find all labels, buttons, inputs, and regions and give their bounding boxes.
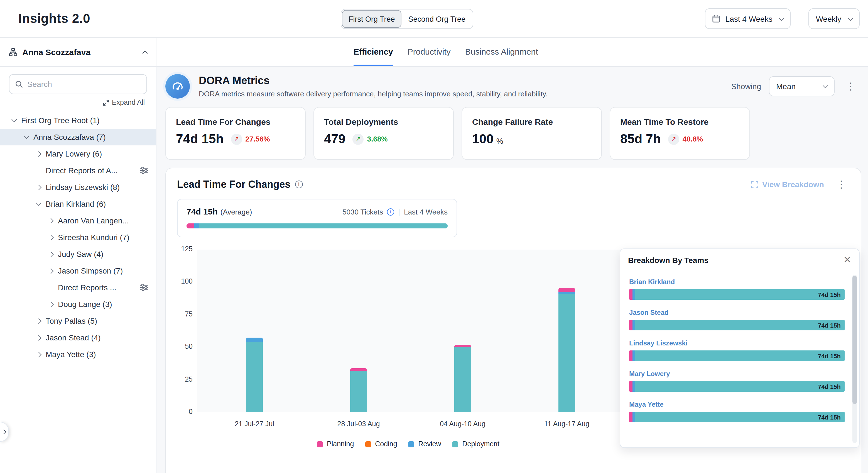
tree-item[interactable]: Sireesha Kunduri (7) [0,229,156,246]
breakdown-row: Mary Lowery74d 15h [629,370,845,392]
chevron-right-icon[interactable] [48,218,54,224]
legend-label: Deployment [462,440,499,448]
filter-sliders-icon[interactable] [140,167,148,174]
chevron-right-icon[interactable] [36,352,41,357]
tree-item-label: Direct Reports of A... [45,166,118,175]
tree-item[interactable]: Doug Lange (3) [0,296,156,313]
x-axis-label: 28 Jul-03 Aug [325,420,392,428]
breakdown-bar-segment-review [632,350,635,361]
tree-item[interactable]: Jason Stead (4) [0,329,156,346]
tab-efficiency[interactable]: Efficiency [353,38,393,66]
lead-time-header: Lead Time For Changes i View Breakdo [177,177,849,191]
y-axis-tick-label: 75 [177,310,193,318]
info-icon[interactable]: i [295,180,303,188]
tree-item[interactable]: Mary Lowery (6) [0,145,156,162]
chevron-right-icon[interactable] [48,235,54,240]
search-input[interactable] [27,80,141,89]
kebab-menu-icon[interactable]: ⋮ [833,177,849,191]
y-axis-tick-label: 100 [177,278,193,286]
expand-all-label: Expand All [112,98,145,107]
breakdown-team-link[interactable]: Jason Stead [629,309,845,317]
sidebar-header: Anna Scozzafava [0,38,156,67]
chevron-down-icon [823,83,828,88]
tree-item[interactable]: Lindsay Liszewski (8) [0,179,156,196]
chevron-right-icon[interactable] [36,335,41,341]
chevron-down-icon[interactable] [11,117,17,122]
bar-week-2[interactable] [350,368,367,412]
tree-item[interactable]: First Org Tree Root (1) [0,112,156,129]
tree-item[interactable]: Direct Reports of A... [0,162,156,179]
tree-item[interactable]: Brian Kirkland (6) [0,196,156,212]
org-tree-toggle-option[interactable]: Second Org Tree [402,10,472,28]
breakdown-team-link[interactable]: Mary Lowery [629,370,845,378]
org-tree-toggle-option[interactable]: First Org Tree [342,10,402,28]
kebab-menu-icon[interactable]: ⋮ [842,79,859,94]
tabs: EfficiencyProductivityBusiness Alignment [353,38,538,66]
summary-range: Last 4 Weeks [404,208,447,216]
tree-item[interactable]: Aaron Van Langen... [0,212,156,229]
tab-business-alignment[interactable]: Business Alignment [465,38,538,66]
filter-sliders-icon[interactable] [140,284,148,291]
legend-item-review[interactable]: Review [408,440,441,448]
breakdown-bar-segment-planning [629,350,632,361]
dora-gauge-icon [165,74,190,98]
breakdown-team-link[interactable]: Brian Kirkland [629,278,845,286]
trend-up-arrow-icon: ↗ [353,134,364,145]
info-icon[interactable]: i [387,208,394,216]
tree-item[interactable]: Tony Pallas (5) [0,313,156,329]
tree-item[interactable]: Judy Saw (4) [0,246,156,262]
summary-meta: 5030 Tickets i | Last 4 Weeks [342,208,447,216]
chevron-down-icon[interactable] [24,134,29,139]
search-box [9,74,147,94]
tree-item-label: Jason Simpson (7) [58,266,123,275]
chart-legend: PlanningCodingReviewDeployment [177,440,639,448]
org-tree-toggle: First Org TreeSecond Org Tree [341,9,473,29]
bar-week-1[interactable] [246,337,263,412]
tree-item-label: Sireesha Kunduri (7) [58,233,129,242]
chevron-down-icon[interactable] [36,200,41,206]
bar-week-4[interactable] [558,288,575,412]
tree-item[interactable]: Jason Simpson (7) [0,262,156,279]
tree-item[interactable]: Maya Yette (3) [0,346,156,363]
metric-delta-badge: ↗27.56% [231,134,270,145]
breakdown-bar-segment-review [632,412,635,422]
legend-item-coding[interactable]: Coding [365,440,397,448]
chevron-right-icon[interactable] [36,151,41,156]
close-icon[interactable]: ✕ [843,255,851,265]
breakdown-bar-segment-deployment [635,289,845,300]
scrollbar-thumb[interactable] [852,276,857,404]
lead-time-chart: 0255075100125 21 Jul-27 Jul28 Jul-03 Aug… [177,244,639,458]
showing-label: Showing [731,82,761,91]
average-bar-segment-deployment [199,224,447,229]
breakdown-bar: 74d 15h [629,412,845,422]
breakdown-bar: 74d 15h [629,381,845,392]
date-range-select[interactable]: Last 4 Weeks [705,8,791,29]
trend-up-arrow-icon: ↗ [668,134,679,145]
showing-select[interactable]: Mean [769,76,835,96]
expand-all-button[interactable]: Expand All [11,98,145,107]
chevron-right-icon[interactable] [48,251,54,257]
divider: | [398,208,400,216]
lead-time-section: Lead Time For Changes i View Breakdo [165,168,861,473]
breakdown-team-link[interactable]: Maya Yette [629,401,845,408]
chevron-right-icon[interactable] [36,318,41,324]
breakdown-bar-value: 74d 15h [818,291,841,298]
tab-productivity[interactable]: Productivity [408,38,451,66]
legend-item-deployment[interactable]: Deployment [453,440,499,448]
tree-item[interactable]: Direct Reports ... [0,279,156,296]
breakdown-team-link[interactable]: Lindsay Liszewski [629,339,845,347]
tree-item[interactable]: Anna Scozzafava (7) [0,129,156,145]
chevron-up-icon[interactable] [142,50,148,56]
chevron-down-icon [779,15,784,21]
metric-cards: Lead Time For Changes74d 15h↗27.56%Total… [165,107,861,160]
average-bar-segment-planning [187,224,194,229]
chevron-right-icon[interactable] [48,301,54,307]
chevron-right-icon[interactable] [36,184,41,190]
chevron-right-icon[interactable] [48,268,54,273]
bar-segment-deployment [558,294,575,412]
legend-item-planning[interactable]: Planning [317,440,354,448]
view-breakdown-button[interactable]: View Breakdown [751,180,824,189]
granularity-select[interactable]: Weekly [809,8,860,29]
bar-week-3[interactable] [454,345,471,412]
legend-swatch-planning [317,441,323,447]
